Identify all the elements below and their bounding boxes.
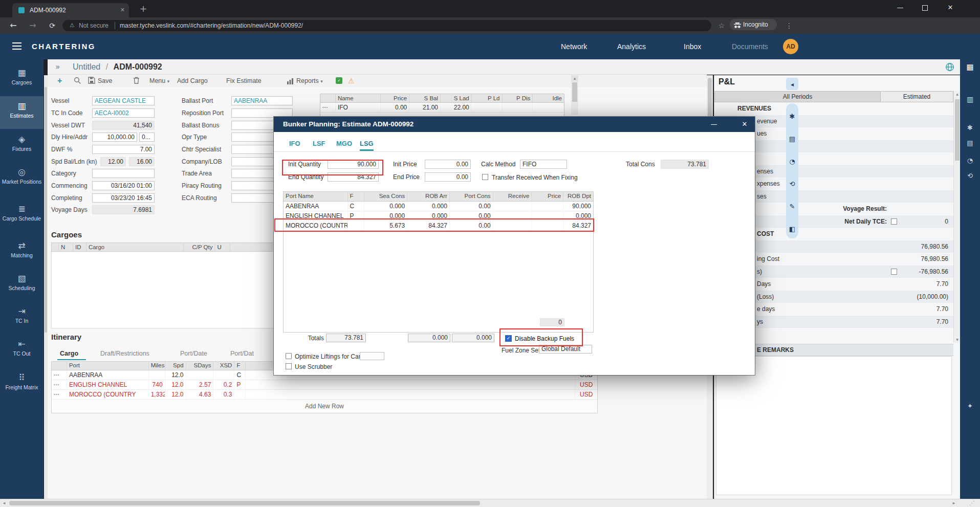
grid-view-icon[interactable]: ▦ (960, 62, 980, 72)
bunker-table-row[interactable]: AABENRAA C 0.000 0.000 0.00 90.000 (284, 202, 593, 211)
modal-tab-ifo[interactable]: IFO (289, 140, 300, 147)
pin-icon[interactable]: ✱ (786, 105, 798, 128)
pnl-col-estimated[interactable]: Estimated (881, 91, 953, 102)
clock-icon[interactable]: ◔ (786, 150, 798, 173)
modal-close-icon[interactable]: ✕ (738, 117, 751, 132)
nav-item-network[interactable]: Network (561, 34, 587, 59)
nav-item-analytics[interactable]: Analytics (617, 34, 646, 59)
browser-tab[interactable]: ADM-000992 ✕ (12, 3, 129, 17)
itinerary-row[interactable]: ••• ENGLISH CHANNEL 740 12.0 2.57 0.2 P … (52, 380, 597, 390)
grid-scrollbar[interactable]: ▲ (571, 75, 578, 115)
grid-scrollbar-up-icon[interactable]: ▲ (571, 75, 578, 81)
expenses-checkbox[interactable] (891, 269, 897, 275)
save-icon[interactable] (88, 77, 95, 86)
edit-icon[interactable]: ✎ (786, 195, 798, 218)
avatar[interactable]: AD (783, 39, 798, 54)
tab-cargo[interactable]: Cargo (60, 350, 78, 357)
category-field[interactable] (92, 169, 155, 178)
sidebar-item-tc-out[interactable]: ⇤ TC Out (0, 335, 43, 366)
panel-settings-icon[interactable]: ✦ (960, 402, 980, 410)
remarks-body[interactable] (716, 356, 952, 495)
layout-icon[interactable]: ◧ (786, 218, 798, 240)
add-cargo-button[interactable]: Add Cargo (177, 75, 208, 87)
reports-button[interactable]: Reports ▾ (296, 75, 323, 87)
window-maximize-icon[interactable] (922, 5, 928, 11)
row-menu-icon[interactable]: ••• (52, 370, 67, 380)
left-scrollbar[interactable] (44, 75, 48, 499)
sidebar-item-cargo-schedule[interactable]: ≣ Cargo Schedule (0, 200, 43, 235)
nav-item-inbox[interactable]: Inbox (684, 34, 701, 59)
nav-item-documents[interactable]: Documents (732, 34, 768, 59)
scroll-right-icon[interactable]: ▸ (950, 499, 958, 507)
sidebar-item-tc-in[interactable]: ⇥ TC In (0, 302, 43, 334)
row-menu-icon[interactable]: ••• (52, 390, 67, 399)
transfer-received-checkbox[interactable] (482, 174, 488, 180)
search-icon[interactable] (74, 77, 81, 86)
globe-icon[interactable] (945, 62, 954, 74)
breadcrumb-untitled[interactable]: Untitled (73, 62, 100, 71)
dwf-field[interactable]: 7.00 (92, 145, 155, 154)
init-price-field[interactable]: 0.00 (425, 160, 471, 169)
tab-port-date[interactable]: Port/Date (180, 350, 207, 357)
window-close-icon[interactable]: ✕ (943, 0, 958, 15)
panel-chart-icon[interactable]: ▥ (960, 95, 980, 103)
panel-document-icon[interactable]: ▤ (960, 139, 980, 147)
dly-hire-field[interactable]: 10,000.00 (92, 133, 137, 142)
modal-header[interactable]: Bunker Planning: Estimate ADM-000992 — ✕ (274, 117, 755, 132)
commencing-field[interactable]: 03/16/20 01:00 (92, 181, 155, 190)
validation-ok-icon[interactable]: ✓ (336, 77, 342, 84)
modal-minimize-icon[interactable]: — (708, 117, 720, 132)
warning-icon[interactable]: ⚠ (348, 75, 355, 87)
back-icon[interactable]: ← (7, 17, 19, 34)
expand-icon[interactable]: » (55, 59, 60, 75)
reports-chart-icon[interactable] (287, 77, 294, 86)
window-minimize-icon[interactable]: — (892, 0, 908, 15)
vessel-field[interactable]: AEGEAN CASTLE (92, 96, 155, 105)
modal-tab-mgo[interactable]: MGO (336, 140, 352, 147)
completing-field[interactable]: 03/23/20 16:45 (92, 193, 155, 203)
menu-button[interactable]: Menu ▾ (149, 75, 169, 87)
panel-star-icon[interactable]: ✱ (960, 124, 980, 131)
ballast-port-field[interactable]: AABENRAA (231, 96, 293, 105)
pnl-col-all-periods[interactable]: All Periods (714, 91, 881, 102)
resize-grip-icon[interactable]: ⋰ (969, 499, 975, 507)
side-panel-collapse[interactable]: ◂ (786, 78, 798, 90)
bottom-scrollbar-thumb[interactable] (9, 501, 480, 505)
sidebar-item-matching[interactable]: ⇄ Matching (0, 236, 43, 268)
tc-in-code-field[interactable]: AECA-I0002 (92, 108, 155, 118)
tce-checkbox[interactable] (891, 218, 897, 225)
reload-icon[interactable]: ⟳ (46, 17, 58, 34)
use-scrubber-checkbox[interactable] (286, 363, 292, 369)
end-price-field[interactable]: 0.00 (425, 172, 471, 182)
modal-tab-lsg[interactable]: LSG (360, 140, 374, 151)
sidebar-item-market-positions[interactable]: ◎ Market Positions (0, 163, 43, 199)
bottom-scrollbar[interactable]: ◂ ▸ ⋰ (0, 499, 980, 507)
tab-draft-restrictions[interactable]: Draft/Restrictions (100, 350, 149, 357)
sidebar-item-estimates[interactable]: ▥ Estimates (0, 96, 43, 129)
calc-method-field[interactable]: FIFO (520, 160, 567, 169)
left-scrollbar-thumb[interactable] (45, 87, 47, 333)
pnl-scrollbar[interactable]: ▲ ▼ (953, 91, 961, 343)
modal-tab-lsf[interactable]: LSF (313, 140, 325, 147)
itinerary-row[interactable]: ••• MOROCCO (COUNTRY 1,332 12.0 4.63 0.3… (52, 390, 597, 400)
addr-field[interactable]: 0... (139, 133, 155, 142)
add-new-row-button[interactable]: Add New Row (52, 400, 597, 413)
bookmark-star-icon[interactable]: ☆ (715, 17, 728, 34)
scroll-left-icon[interactable]: ◂ (0, 499, 8, 507)
sidebar-item-cargoes[interactable]: ▦ Cargoes (0, 63, 43, 95)
sidebar-item-fixtures[interactable]: ◈ Fixtures (0, 130, 43, 162)
row-menu-icon[interactable]: ••• (320, 103, 336, 112)
tab-close-icon[interactable]: ✕ (120, 3, 125, 17)
omnibox[interactable]: ⚠ Not secure master.tyche.veslink.com/#c… (62, 20, 711, 31)
pnl-scrollbar-thumb[interactable] (955, 99, 960, 161)
save-button[interactable]: Save (98, 75, 113, 87)
document-icon[interactable]: ▤ (786, 128, 798, 150)
panel-clock-icon[interactable]: ◔ (960, 157, 980, 164)
add-icon[interactable]: + (57, 75, 62, 87)
delete-icon[interactable] (133, 77, 140, 86)
panel-refresh-icon[interactable]: ⟲ (960, 172, 980, 180)
tab-port-date-2[interactable]: Port/Dat (230, 350, 254, 357)
forward-icon[interactable]: → (27, 17, 39, 34)
browser-menu-icon[interactable]: ⋮ (784, 17, 794, 34)
new-tab-icon[interactable]: + (137, 1, 149, 16)
